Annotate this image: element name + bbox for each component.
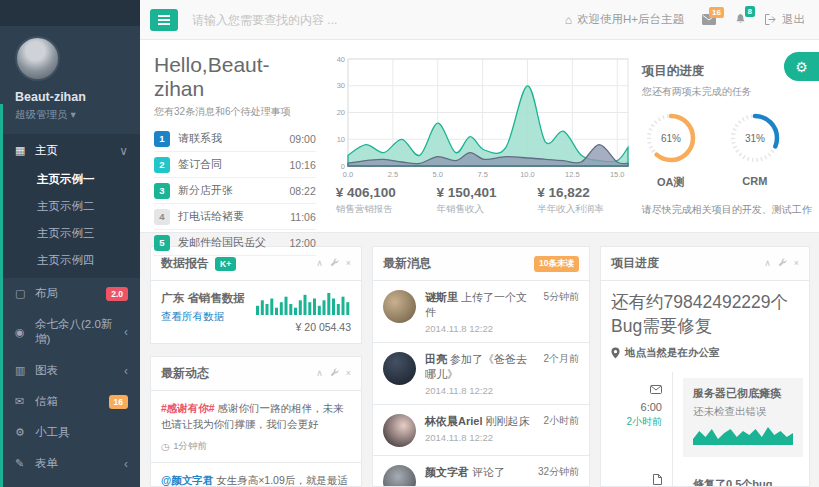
todo-label: 新分店开张 [178, 183, 290, 198]
news-user-name[interactable]: 田亮 [425, 353, 447, 365]
news-item: 谜斯里 上传了一个文件 2014.11.8 12:22 5分钟前 [373, 281, 589, 343]
panel-badge: K+ [215, 257, 236, 271]
todo-item[interactable]: 3新分店开张08:22 [154, 178, 316, 204]
panel-title: 最新消息 [383, 255, 431, 272]
stat-annual-revenue: ¥ 150,401年销售收入 [430, 185, 531, 216]
sidebar-item[interactable]: ▭页面推荐 [0, 479, 140, 487]
news-user-name[interactable]: 谜斯里 [425, 291, 458, 303]
sidebar-item[interactable]: ◉余七余八(2.0新增)‹ [0, 309, 140, 355]
sidebar-item[interactable]: ▥图表‹ [0, 355, 140, 386]
project-overview-note: 请尽快完成相关项目的开发、测试工作 [642, 203, 813, 217]
collapse-icon[interactable]: ∧ [316, 259, 323, 268]
close-icon[interactable]: × [794, 259, 799, 268]
news-user-name[interactable]: 颜文字君 [425, 466, 469, 478]
todo-label: 签订合同 [178, 157, 290, 172]
project-overview-subtitle: 您还有两项未完成的任务 [642, 85, 813, 99]
view-all-data-link[interactable]: 查看所有数据 [161, 310, 224, 324]
sales-sparkline [256, 291, 351, 319]
welcome-text: ⌂欢迎使用H+后台主题 [565, 12, 684, 27]
news-ago: 32分钟前 [538, 465, 579, 487]
notifications-button[interactable]: 8 [734, 13, 747, 26]
sidebar-item[interactable]: ▢布局2.0 [0, 278, 140, 309]
news-item: 田亮 参加了《爸爸去哪儿》 2014.11.8 12:22 2个月前 [373, 343, 589, 405]
summary-row: Hello,Beaut-zihan 您有32条消息和6个待处理事项 1请联系我0… [140, 40, 819, 233]
panel-title: 最新动态 [161, 365, 209, 382]
sidebar-item-label: 信箱 [35, 394, 109, 409]
close-icon[interactable]: × [346, 369, 351, 378]
avatar[interactable] [15, 36, 60, 81]
sidebar-item[interactable]: ✎表单‹ [0, 448, 140, 479]
panel-project-progress: 项目进度 ∧ × 还有约79842492229个Bug需要修复 地点当然是在办公… [600, 246, 810, 487]
sidebar-item[interactable]: ▦主页∨ [0, 135, 140, 166]
news-item: 林依晨Ariel 刚刚起床 2014.11.8 12:22 2小时前 [373, 405, 589, 456]
news-action: 刚刚起床 [486, 415, 530, 427]
todo-column: Hello,Beaut-zihan 您有32条消息和6个待处理事项 1请联系我0… [154, 53, 316, 232]
news-action: 评论了 [472, 466, 505, 478]
sidebar-item-label: 布局 [35, 286, 106, 301]
timeline-item: 7:00 3小时前 修复了0.5个bug 重启服务 [611, 463, 799, 487]
search-input[interactable] [192, 13, 442, 27]
sidebar-toggle-button[interactable] [150, 9, 178, 31]
news-item: 颜文字君 评论了 2014.11.8 12:22 32分钟前 【九部令人拍案叫绝… [373, 456, 589, 487]
todo-item[interactable]: 1请联系我09:00 [154, 126, 316, 152]
messages-button[interactable]: 16 [702, 14, 716, 25]
logout-button[interactable]: 退出 [765, 12, 805, 27]
stat-half-year-margin: ¥ 16,822半年收入利润率 [531, 185, 632, 216]
map-pin-icon [611, 347, 620, 359]
panels-row: 数据报告 K+ ∧ × 广东 省销售数据 查看所有数据 [140, 233, 819, 487]
message-summary: 您有32条消息和6个待处理事项 [154, 105, 316, 119]
todo-time: 10:16 [290, 159, 316, 171]
todo-time: 09:00 [290, 133, 316, 145]
timeline-ago: 2小时前 [611, 415, 662, 429]
welcome-label: 欢迎使用H+后台主题 [577, 12, 684, 27]
message-count-badge: 16 [709, 7, 724, 18]
sidebar: Beaut-zihan 超级管理员 ▾ ▦主页∨主页示例一主页示例二主页示例三主… [0, 0, 140, 487]
todo-number-badge: 1 [154, 131, 170, 147]
chevron-left-icon: ‹ [124, 460, 128, 468]
todo-time: 11:06 [290, 211, 316, 223]
wrench-icon[interactable] [330, 258, 339, 269]
sidebar-item[interactable]: ✉信箱16 [0, 386, 140, 417]
location-text: 地点当然是在办公室 [625, 346, 720, 360]
collapse-icon[interactable]: ∧ [316, 369, 323, 378]
gauge-label: CRM [726, 175, 784, 187]
collapse-icon[interactable]: ∧ [764, 259, 771, 268]
avatar[interactable] [383, 290, 416, 323]
todo-list: 1请联系我09:002签订合同10:163新分店开张08:224打电话给褚要11… [154, 126, 316, 256]
sidebar-subitem[interactable]: 主页示例三 [0, 220, 140, 247]
svg-text:10: 10 [336, 135, 344, 144]
report-value: ¥ 20 054.43 [256, 321, 351, 333]
wrench-icon[interactable] [330, 368, 339, 379]
sidebar-menu: ▦主页∨主页示例一主页示例二主页示例三主页示例四▢布局2.0◉余七余八(2.0新… [0, 135, 140, 487]
todo-label: 打电话给褚要 [178, 209, 290, 224]
todo-item[interactable]: 5发邮件给国民岳父12:00 [154, 230, 316, 256]
todo-item[interactable]: 4打电话给褚要11:06 [154, 204, 316, 230]
theme-settings-button[interactable]: ⚙ [784, 52, 819, 81]
topic-link[interactable]: #感谢有你# [161, 402, 215, 414]
close-icon[interactable]: × [346, 259, 351, 268]
progress-gauge: 31% CRM [726, 109, 784, 190]
bar-chart-icon: ▥ [15, 364, 35, 377]
user-mention-link[interactable]: @颜文字君 [161, 474, 213, 486]
gear-icon: ⚙ [795, 59, 808, 75]
sidebar-item-label: 余七余八(2.0新增) [35, 317, 124, 347]
report-item-title: 广东 省销售数据 [161, 291, 256, 306]
sidebar-subitem[interactable]: 主页示例二 [0, 193, 140, 220]
todo-item[interactable]: 2签订合同10:16 [154, 152, 316, 178]
project-overview: 项目的进度 您还有两项未完成的任务 61% OA测 31% CRM 请尽快完成相… [642, 53, 813, 232]
wrench-icon[interactable] [778, 258, 787, 269]
sidebar-item[interactable]: ⚙小工具 [0, 417, 140, 448]
main-area: ⌂欢迎使用H+后台主题 16 8 退出 Hello,Beaut-zihan 您有… [140, 0, 819, 487]
sidebar-subitem[interactable]: 主页示例一 [0, 166, 140, 193]
news-date: 2014.11.8 12:22 [425, 385, 537, 396]
progress-gauges: 61% OA测 31% CRM [642, 109, 813, 190]
news-user-name[interactable]: 林依晨Ariel [425, 415, 482, 427]
user-role-dropdown[interactable]: 超级管理员 ▾ [15, 108, 140, 122]
sidebar-subitem[interactable]: 主页示例四 [0, 247, 140, 274]
layout-icon: ▢ [15, 287, 35, 300]
avatar[interactable] [383, 414, 416, 447]
avatar[interactable] [383, 352, 416, 385]
timeline-desc: 还未检查出错误 [693, 405, 793, 419]
avatar[interactable] [383, 465, 416, 487]
activity-post: @颜文字君 女生身高×1.09后，就是最适合你的男生身高；相反，男生是÷1.09… [151, 463, 361, 487]
